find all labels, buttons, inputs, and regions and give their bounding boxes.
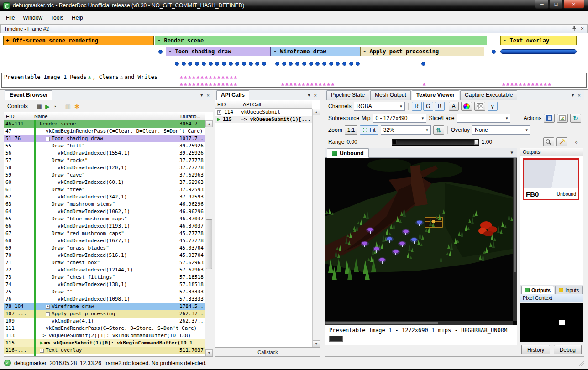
draw-event-dot[interactable] xyxy=(322,62,326,66)
colorwheel-button[interactable] xyxy=(461,102,472,111)
draw-event-dot[interactable] xyxy=(249,62,253,66)
draw-event-dot[interactable] xyxy=(262,62,266,66)
channel-a-button[interactable]: A xyxy=(449,102,459,111)
draw-event-dot[interactable] xyxy=(492,50,496,54)
api-call-row[interactable]: 115=> vkQueueSubmit(1)[... xyxy=(215,116,312,123)
range-min-value[interactable]: 0.00 xyxy=(346,139,357,145)
draw-event-dot[interactable] xyxy=(182,62,186,66)
pixel-context-view[interactable] xyxy=(520,303,583,342)
draw-event-dot[interactable] xyxy=(289,62,293,66)
timeline-marker-bar[interactable]: - Wireframe draw xyxy=(271,47,360,56)
timer-icon[interactable]: ◔ xyxy=(53,104,57,109)
draw-event-dot[interactable] xyxy=(222,62,226,66)
scroll-down-icon[interactable]: ▼ xyxy=(205,349,213,356)
timeline-marker-bar[interactable]: + Off-screen scene rendering xyxy=(3,36,154,45)
tab-api-calls[interactable]: API Calls xyxy=(216,90,249,100)
resize-grip[interactable] xyxy=(578,360,584,366)
range-slider[interactable] xyxy=(392,139,479,146)
api-calls-close-icon[interactable]: × xyxy=(314,93,317,98)
save-texture-button[interactable] xyxy=(544,114,555,123)
mip-combo[interactable]: 0 - 1272x690 ▾ xyxy=(373,114,426,123)
filter-icon[interactable]: ▦ xyxy=(37,104,42,109)
draw-event-dot[interactable] xyxy=(302,62,306,66)
texture-image[interactable] xyxy=(326,158,517,325)
titlebar[interactable]: debugmarker.rdc - RenderDoc Unofficial r… xyxy=(0,0,588,11)
maximize-button[interactable]: □ xyxy=(549,0,563,9)
draw-event-dot[interactable] xyxy=(309,62,313,66)
open-image-button[interactable] xyxy=(557,114,568,123)
viewport-vscrollbar[interactable] xyxy=(513,158,517,321)
pin-icon[interactable] xyxy=(572,26,577,31)
tab-inputs[interactable]: Inputs xyxy=(555,286,583,294)
slice-face-combo[interactable]: ▾ xyxy=(457,114,510,123)
api-calls-scrollbar[interactable]: ▲ ▼ xyxy=(312,109,320,347)
scrollbar-thumb[interactable] xyxy=(326,322,438,324)
draw-event-dot[interactable] xyxy=(242,62,246,66)
draw-event-dot[interactable] xyxy=(235,62,239,66)
texture-viewport[interactable] xyxy=(326,158,517,325)
column-name[interactable]: Name xyxy=(32,112,178,120)
right-panel-dropdown-icon[interactable]: ▾ xyxy=(572,92,574,98)
draw-event-dot[interactable] xyxy=(421,62,425,66)
draw-event-dot[interactable] xyxy=(342,62,346,66)
draw-event-dot[interactable] xyxy=(209,62,213,66)
timeline-frame-view[interactable]: Presentable Image 1 Reads ▲ , Clears △ a… xyxy=(0,33,588,90)
expander-icon[interactable]: - xyxy=(46,312,50,316)
timeline-marker-bar[interactable]: - Text overlay xyxy=(500,36,577,45)
api-call-row[interactable]: +114vkQueueSubmit xyxy=(215,109,312,116)
gamma-button[interactable]: γ xyxy=(488,102,498,111)
range-max-value[interactable]: 1.00 xyxy=(482,139,492,145)
event-browser-close-icon[interactable]: × xyxy=(207,93,210,98)
menu-file[interactable]: File xyxy=(2,12,19,23)
draw-event-dot[interactable] xyxy=(229,62,233,66)
timeline-panel-header[interactable]: Timeline - Frame #2 × xyxy=(0,24,588,33)
tab-event-browser[interactable]: Event Browser xyxy=(5,90,52,100)
draw-event-dot[interactable] xyxy=(195,62,199,66)
callstack-section[interactable]: Callstack xyxy=(215,347,320,356)
draw-event-dot[interactable] xyxy=(329,62,333,66)
expander-icon[interactable]: + xyxy=(40,349,44,353)
expander-icon[interactable]: + xyxy=(217,110,221,115)
viewport-hscrollbar[interactable] xyxy=(326,321,513,325)
draw-event-dot[interactable] xyxy=(336,62,340,66)
scroll-up-icon[interactable]: ▲ xyxy=(205,120,213,127)
column-api-call[interactable]: API Call xyxy=(241,100,312,108)
timeline-marker-bar[interactable]: - Render scene xyxy=(155,36,487,45)
tab-texture-viewer[interactable]: Texture Viewer xyxy=(412,90,459,100)
scrollbar-thumb[interactable] xyxy=(514,158,516,272)
refresh-button[interactable]: ↻ xyxy=(570,114,581,123)
draw-event-dot[interactable] xyxy=(295,62,299,66)
fit-button[interactable]: Fit xyxy=(360,125,378,135)
channel-r-button[interactable]: R xyxy=(412,102,422,111)
channel-g-button[interactable]: G xyxy=(423,102,433,111)
tab-texture-unbound[interactable]: Unbound xyxy=(327,148,369,158)
tab-mesh-output[interactable]: Mesh Output xyxy=(370,90,411,100)
right-panel-close-icon[interactable]: × xyxy=(578,93,581,98)
scroll-down-icon[interactable]: ▼ xyxy=(313,340,320,347)
column-eid[interactable]: EID xyxy=(215,100,241,108)
overlay-combo[interactable]: None ▾ xyxy=(472,125,530,135)
flip-y-button[interactable]: ⇅ xyxy=(433,125,444,135)
draw-event-dot[interactable] xyxy=(282,62,286,66)
api-calls-dropdown-icon[interactable]: ▾ xyxy=(308,92,310,98)
draw-event-dot[interactable] xyxy=(188,62,192,66)
event-browser-dropdown-icon[interactable]: ▾ xyxy=(200,92,203,98)
scroll-up-icon[interactable]: ▲ xyxy=(313,109,320,115)
menu-help[interactable]: Help xyxy=(68,12,87,23)
timeline-current-bar[interactable] xyxy=(500,49,577,54)
scrollbar-thumb[interactable] xyxy=(206,219,212,269)
range-white-handle[interactable] xyxy=(474,140,478,145)
zoom-1to1-button[interactable]: 1:1 xyxy=(345,125,358,135)
draw-event-dot[interactable] xyxy=(158,50,163,54)
draw-event-dot[interactable] xyxy=(315,62,320,66)
range-black-handle[interactable] xyxy=(393,140,397,145)
goto-eid-icon[interactable]: ▶ xyxy=(45,104,50,109)
draw-event-dot[interactable] xyxy=(175,62,179,66)
fb0-thumbnail[interactable]: FB0 Unbound xyxy=(523,158,579,200)
menu-tools[interactable]: Tools xyxy=(47,12,68,23)
timeline-close-icon[interactable]: × xyxy=(581,26,584,32)
toolbar-overflow-icon[interactable]: » xyxy=(573,140,580,143)
menu-window[interactable]: Window xyxy=(19,12,47,23)
bookmark-icon[interactable]: ∗ xyxy=(74,102,80,110)
channel-b-button[interactable]: B xyxy=(435,102,445,111)
